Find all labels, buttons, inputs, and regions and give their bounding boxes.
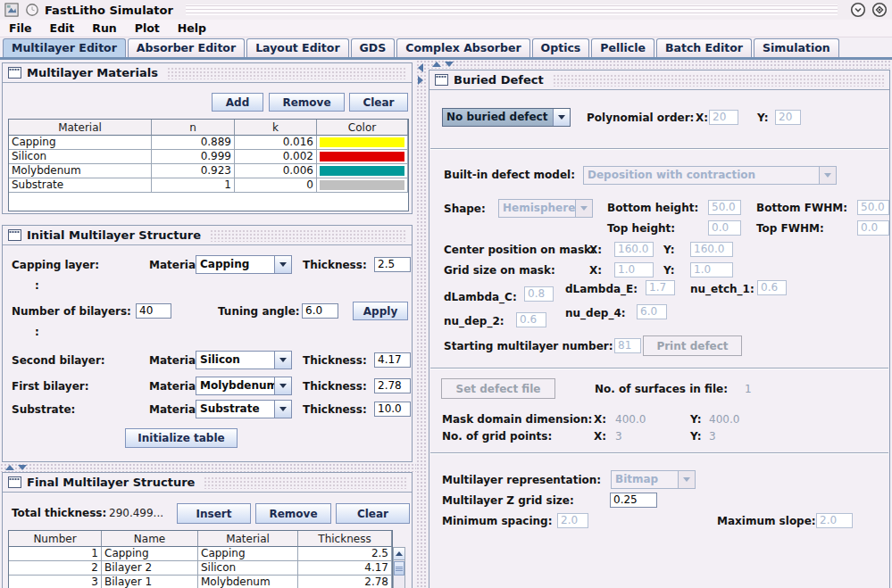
top-height-field[interactable]: 0.0 <box>708 220 741 236</box>
apply-button[interactable]: Apply <box>353 302 408 320</box>
polynomial-order-y-field[interactable]: 20 <box>775 110 801 125</box>
second-bilayer-thickness-field[interactable]: 4.17 <box>374 352 411 368</box>
name-cell[interactable]: Capping <box>102 547 198 561</box>
dlambda-c-field[interactable]: 0.8 <box>524 286 554 302</box>
split-collapse-down-icon[interactable] <box>445 62 454 67</box>
remove-layer-button[interactable]: Remove <box>255 503 331 524</box>
tab-multilayer-editor[interactable]: Multilayer Editor <box>3 38 126 57</box>
tuning-angle-field[interactable]: 6.0 <box>302 303 338 319</box>
tab-optics[interactable]: Optics <box>532 38 590 57</box>
n-cell[interactable]: 0.889 <box>152 136 235 150</box>
k-cell[interactable]: 0.006 <box>235 164 317 178</box>
n-cell[interactable]: 1 <box>152 178 235 193</box>
tab-pellicle[interactable]: Pellicle <box>591 38 654 57</box>
material-cell[interactable]: Molybdenum <box>198 576 298 588</box>
grid-y-field[interactable]: 1.0 <box>690 262 733 277</box>
right-horizontal-split-divider[interactable] <box>427 60 892 69</box>
menu-plot[interactable]: Plot <box>126 21 169 35</box>
split-collapse-up-icon[interactable] <box>5 465 14 470</box>
capping-thickness-field[interactable]: 2.5 <box>374 257 411 272</box>
starting-multilayer-number-field[interactable]: 81 <box>614 338 641 353</box>
material-cell[interactable]: Molybdenum <box>9 164 152 178</box>
builtin-defect-model-select[interactable]: Deposition with contraction <box>583 166 837 185</box>
bottom-height-field[interactable]: 50.0 <box>708 200 741 215</box>
clear-materials-button[interactable]: Clear <box>349 93 408 112</box>
number-cell[interactable]: 1 <box>9 547 102 561</box>
center-x-field[interactable]: 160.0 <box>614 242 654 257</box>
bottom-fwhm-field[interactable]: 50.0 <box>857 200 889 215</box>
color-cell[interactable] <box>317 136 408 150</box>
polynomial-order-x-field[interactable]: 20 <box>709 110 738 125</box>
first-bilayer-thickness-field[interactable]: 2.78 <box>374 378 411 393</box>
add-material-button[interactable]: Add <box>212 93 263 112</box>
clear-layers-button[interactable]: Clear <box>336 503 410 524</box>
split-collapse-left-icon[interactable] <box>418 63 423 72</box>
menu-run[interactable]: Run <box>83 21 125 35</box>
scroll-up-button[interactable] <box>394 548 404 560</box>
center-position-label: Center position on mask: <box>444 244 596 256</box>
first-bilayer-material-select[interactable]: Molybdenum <box>196 377 292 395</box>
grid-x-field[interactable]: 1.0 <box>614 262 654 277</box>
color-cell[interactable] <box>317 164 408 178</box>
maximum-slope-field[interactable]: 2.0 <box>816 513 853 528</box>
number-cell[interactable]: 3 <box>9 576 102 588</box>
vertical-split-divider[interactable] <box>416 60 427 588</box>
thickness-cell[interactable]: 2.78 <box>298 576 392 588</box>
scrollbar-thumb[interactable] <box>394 561 404 576</box>
center-y-field[interactable]: 160.0 <box>690 242 733 257</box>
multilayer-representation-select[interactable]: Bitmap <box>611 470 696 489</box>
substrate-material-select[interactable]: Substrate <box>196 400 292 418</box>
material-cell[interactable]: Capping <box>198 547 298 561</box>
tab-batch-editor[interactable]: Batch Editor <box>656 38 752 57</box>
tab-gds[interactable]: GDS <box>351 38 396 57</box>
material-cell[interactable]: Substrate <box>9 178 152 193</box>
number-of-bilayers-field[interactable]: 40 <box>136 303 171 319</box>
window-menu-button[interactable] <box>871 2 888 18</box>
substrate-thickness-field[interactable]: 10.0 <box>374 402 411 417</box>
shape-select[interactable]: Hemisphere <box>498 199 593 218</box>
buried-defect-mode-select[interactable]: No buried defect <box>442 108 571 127</box>
split-collapse-down-icon[interactable] <box>18 465 27 470</box>
name-cell[interactable]: Bilayer 1 <box>102 576 198 588</box>
remove-material-button[interactable]: Remove <box>269 93 345 112</box>
tab-layout-editor[interactable]: Layout Editor <box>246 38 348 57</box>
name-cell[interactable]: Bilayer 2 <box>102 561 198 576</box>
nu-etch-1-field[interactable]: 0.6 <box>757 280 787 295</box>
tab-complex-absorber[interactable]: Complex Absorber <box>396 38 529 57</box>
menu-help[interactable]: Help <box>169 21 215 35</box>
material-cell[interactable]: Capping <box>9 136 152 150</box>
k-cell[interactable]: 0.002 <box>235 150 317 164</box>
set-defect-file-button[interactable]: Set defect file <box>441 378 555 399</box>
print-defect-button[interactable]: Print defect <box>643 335 742 356</box>
nu-dep-4-field[interactable]: 6.0 <box>637 304 667 319</box>
split-collapse-up-icon[interactable] <box>432 62 441 67</box>
top-fwhm-field[interactable]: 0.0 <box>857 220 889 236</box>
insert-layer-button[interactable]: Insert <box>177 503 251 524</box>
n-cell[interactable]: 0.923 <box>152 164 235 178</box>
split-collapse-right-icon[interactable] <box>418 76 423 85</box>
thickness-cell[interactable]: 4.17 <box>298 561 392 576</box>
second-bilayer-material-select[interactable]: Silicon <box>196 351 292 369</box>
color-cell[interactable] <box>317 150 408 164</box>
n-cell[interactable]: 0.999 <box>152 150 235 164</box>
k-cell[interactable]: 0.016 <box>235 136 317 150</box>
menu-file[interactable]: File <box>0 21 41 35</box>
thickness-cell[interactable]: 2.5 <box>298 547 392 561</box>
final-table-scrollbar[interactable] <box>393 547 405 588</box>
tab-absorber-editor[interactable]: Absorber Editor <box>128 38 245 57</box>
menu-edit[interactable]: Edit <box>41 21 84 35</box>
minimum-spacing-field[interactable]: 2.0 <box>557 513 588 528</box>
nu-dep-2-field[interactable]: 0.6 <box>516 312 546 327</box>
color-cell[interactable] <box>317 178 408 193</box>
dlambda-e-field[interactable]: 1.7 <box>646 280 675 295</box>
material-cell[interactable]: Silicon <box>9 150 152 164</box>
window-shade-button[interactable] <box>850 2 866 18</box>
material-cell[interactable]: Silicon <box>198 561 298 576</box>
multilayer-z-grid-size-field[interactable]: 0.25 <box>610 493 657 508</box>
k-cell[interactable]: 0 <box>235 178 317 193</box>
tab-simulation[interactable]: Simulation <box>754 38 839 57</box>
horizontal-split-divider[interactable] <box>0 463 416 472</box>
number-cell[interactable]: 2 <box>9 561 102 576</box>
initialize-table-button[interactable]: Initialize table <box>125 428 238 448</box>
capping-material-select[interactable]: Capping <box>196 255 292 274</box>
